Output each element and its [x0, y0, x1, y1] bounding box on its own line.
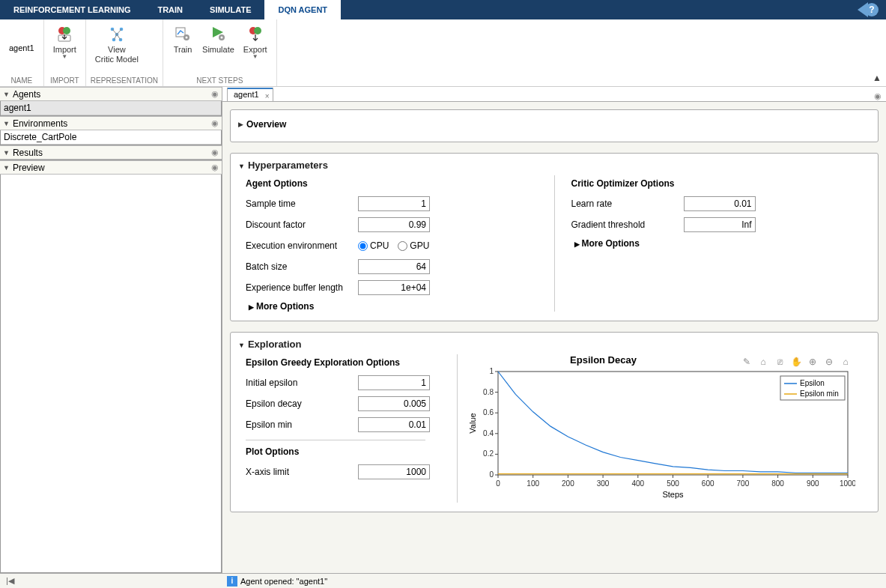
- svg-text:100: 100: [527, 479, 539, 488]
- discount-factor-label: Discount factor: [246, 219, 358, 230]
- exp-buf-len-label: Experience buffer length: [246, 282, 358, 293]
- agent-more-options[interactable]: ▶More Options: [249, 301, 530, 312]
- panel-header-preview[interactable]: ▼ Preview ◉: [0, 160, 222, 175]
- top-tab-train[interactable]: TRAIN: [144, 0, 196, 19]
- critic-more-options[interactable]: ▶More Options: [574, 238, 856, 249]
- agents-list-item[interactable]: agent1: [1, 101, 221, 115]
- discount-factor-input[interactable]: [358, 217, 430, 232]
- simulate-icon: [208, 24, 228, 43]
- panel-title-preview: Preview: [13, 163, 45, 173]
- environments-list-item[interactable]: Discrete_CartPole: [1, 130, 221, 145]
- xlimit-label: X-axis limit: [246, 467, 358, 477]
- critic-model-icon: [107, 24, 127, 43]
- panel-pin-icon[interactable]: ◉: [211, 163, 219, 172]
- view-critic-model-button[interactable]: View Critic Model: [91, 22, 143, 66]
- group-label-name: NAME: [4, 76, 39, 86]
- train-button[interactable]: Train: [168, 22, 198, 56]
- eps-min-label: Epsilon min: [246, 419, 358, 430]
- document-tab-agent1[interactable]: agent1 ×: [227, 88, 273, 101]
- svg-text:600: 600: [702, 479, 714, 488]
- grad-thresh-input[interactable]: [684, 217, 756, 232]
- top-tab-simulate[interactable]: SIMULATE: [196, 0, 264, 19]
- svg-text:0.8: 0.8: [483, 388, 494, 396]
- epsilon-decay-chart: 0100200300400500600700800900100000.20.40…: [467, 366, 855, 500]
- svg-text:800: 800: [771, 479, 784, 488]
- panel-header-agents[interactable]: ▼ Agents ◉: [0, 87, 222, 101]
- info-icon: i: [227, 576, 237, 587]
- initial-eps-input[interactable]: [358, 375, 430, 390]
- eps-min-input[interactable]: [358, 417, 430, 432]
- panel-title-environments: Environments: [13, 118, 67, 129]
- top-tab-rl[interactable]: REINFORCEMENT LEARNING: [0, 0, 144, 19]
- svg-text:0: 0: [489, 470, 494, 479]
- panel-pin-icon[interactable]: ◉: [211, 148, 219, 157]
- view-critic-label: View Critic Model: [95, 45, 139, 64]
- svg-point-14: [254, 27, 261, 34]
- top-tab-dqnagent[interactable]: DQN AGENT: [264, 0, 341, 19]
- svg-text:900: 900: [807, 479, 819, 488]
- overview-section-header[interactable]: ▶ Overview: [238, 116, 870, 133]
- svg-text:Epsilon: Epsilon: [800, 379, 825, 387]
- eps-greedy-head: Epsilon Greedy Exploration Options: [246, 357, 433, 368]
- export-icon: [246, 24, 265, 43]
- group-label-import: IMPORT: [49, 76, 81, 86]
- svg-text:200: 200: [562, 479, 574, 488]
- panel-header-results[interactable]: ▼ Results ◉: [0, 145, 222, 160]
- batch-size-input[interactable]: [358, 259, 430, 274]
- plot-options-head: Plot Options: [246, 446, 433, 457]
- exploration-section-header[interactable]: ▼Exploration: [238, 339, 870, 350]
- svg-text:700: 700: [737, 479, 750, 488]
- exp-buf-len-input[interactable]: [358, 280, 430, 295]
- close-icon[interactable]: ×: [265, 90, 270, 103]
- exec-env-gpu-radio[interactable]: GPU: [398, 240, 429, 251]
- svg-text:1: 1: [489, 367, 494, 375]
- panel-pin-icon[interactable]: ◉: [211, 89, 219, 99]
- hyper-section-header[interactable]: ▼Hyperparameters: [238, 160, 870, 171]
- panel-header-environments[interactable]: ▼ Environments ◉: [0, 116, 222, 130]
- initial-eps-label: Initial epsilon: [246, 378, 358, 388]
- panel-title-agents: Agents: [13, 89, 40, 100]
- simulate-label: Simulate: [202, 45, 234, 55]
- panel-pin-icon[interactable]: ◉: [211, 118, 219, 128]
- svg-text:300: 300: [597, 479, 610, 488]
- collapse-toolstrip-icon[interactable]: ▲: [873, 73, 882, 83]
- help-icon: ?: [865, 3, 879, 16]
- dropdown-icon: ▼: [61, 53, 67, 60]
- svg-rect-8: [176, 28, 185, 37]
- status-text: Agent opened: "agent1": [240, 577, 327, 586]
- exec-env-cpu-radio[interactable]: CPU: [358, 240, 389, 251]
- grad-thresh-label: Gradient threshold: [571, 219, 684, 230]
- svg-point-12: [221, 37, 223, 39]
- sidebar: ▼ Agents ◉ agent1 ▼ Environments ◉ Discr…: [0, 87, 222, 573]
- svg-text:500: 500: [667, 479, 679, 488]
- svg-text:Steps: Steps: [662, 490, 684, 499]
- doc-pin-icon[interactable]: ◉: [874, 91, 882, 101]
- learn-rate-label: Learn rate: [571, 198, 684, 209]
- eps-decay-input[interactable]: [358, 396, 430, 411]
- sample-time-input[interactable]: [358, 196, 430, 211]
- svg-text:0.4: 0.4: [483, 429, 494, 437]
- import-button[interactable]: Import ▼: [49, 22, 81, 61]
- critic-options-head: Critic Optimizer Options: [571, 178, 856, 189]
- svg-text:1000: 1000: [840, 479, 855, 488]
- exec-env-label: Execution environment: [246, 240, 358, 251]
- group-label-nextsteps: NEXT STEPS: [168, 76, 272, 86]
- xlimit-input[interactable]: [358, 464, 430, 479]
- simulate-button[interactable]: Simulate: [198, 22, 239, 56]
- train-label: Train: [174, 45, 192, 55]
- svg-text:400: 400: [631, 479, 644, 488]
- help-button[interactable]: ?: [856, 2, 883, 17]
- svg-text:0.2: 0.2: [483, 449, 494, 458]
- prev-status-icon[interactable]: |◀: [6, 576, 14, 586]
- learn-rate-input[interactable]: [684, 196, 756, 211]
- chart-title: Epsilon Decay: [467, 354, 740, 366]
- svg-point-10: [186, 37, 188, 39]
- agent-options-head: Agent Options: [246, 178, 530, 189]
- export-button[interactable]: Export ▼: [239, 22, 272, 61]
- svg-text:Epsilon min: Epsilon min: [800, 390, 839, 398]
- panel-title-results: Results: [13, 148, 43, 158]
- sample-time-label: Sample time: [246, 198, 358, 209]
- agent-name-label: agent1: [4, 22, 39, 52]
- svg-text:0.6: 0.6: [483, 408, 494, 416]
- group-label-representation: REPRESENTATION: [91, 76, 158, 86]
